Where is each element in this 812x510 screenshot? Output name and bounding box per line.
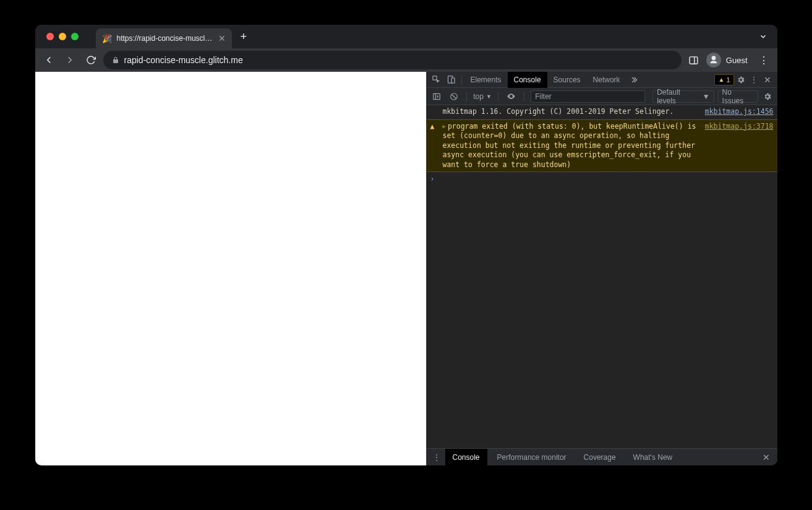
back-button[interactable] [40, 51, 58, 69]
drawer-close-button[interactable]: ✕ [759, 452, 774, 462]
issues-button[interactable]: No Issues [718, 90, 759, 103]
address-bar-url: rapid-concise-muscle.glitch.me [124, 55, 243, 65]
tab-strip: 🎉 https://rapid-concise-muscle.g ✕ + [35, 25, 777, 48]
forward-button[interactable] [61, 51, 79, 69]
inspect-element-button[interactable] [429, 72, 444, 87]
device-toolbar-button[interactable] [444, 72, 459, 87]
side-panel-button[interactable] [685, 51, 703, 69]
reload-button[interactable] [82, 51, 100, 69]
svg-rect-0 [690, 56, 698, 63]
lock-icon [112, 56, 119, 64]
warning-icon: ▲ [430, 122, 439, 170]
browser-tab[interactable]: 🎉 https://rapid-concise-muscle.g ✕ [96, 28, 232, 48]
tabs-dropdown-button[interactable] [759, 32, 767, 41]
warnings-count: 1 [726, 76, 730, 84]
devtools-panel: Elements Console Sources Network ▲ 1 ⋮ ✕ [426, 72, 777, 465]
clear-console-button[interactable] [447, 90, 460, 103]
chrome-menu-button[interactable]: ⋮ [755, 54, 772, 66]
drawer-tab-console[interactable]: Console [445, 449, 487, 466]
browser-window: 🎉 https://rapid-concise-muscle.g ✕ + rap… [35, 25, 777, 465]
fullscreen-window-button[interactable] [71, 33, 79, 40]
tab-close-button[interactable]: ✕ [218, 34, 226, 43]
drawer-tab-whats-new[interactable]: What's New [626, 449, 680, 466]
chevron-down-icon: ▼ [703, 92, 710, 101]
avatar-icon [706, 53, 721, 67]
devtools-drawer: ⋮ Console Performance monitor Coverage W… [427, 448, 777, 465]
execution-context-label: top [473, 92, 484, 101]
console-toolbar: top ▼ Filter Default levels ▼ No Issues [427, 88, 777, 105]
execution-context-selector[interactable]: top ▼ [473, 92, 492, 101]
console-output: mkbitmap 1.16. Copyright (C) 2001-2019 P… [427, 105, 777, 448]
svg-rect-5 [434, 93, 440, 99]
svg-point-9 [510, 95, 512, 97]
tab-console[interactable]: Console [508, 72, 547, 88]
issues-label: No Issues [722, 88, 754, 105]
address-bar[interactable]: rapid-concise-muscle.glitch.me [103, 51, 682, 69]
warnings-chip[interactable]: ▲ 1 [714, 74, 733, 85]
devtools-settings-button[interactable] [734, 76, 748, 84]
log-levels-selector[interactable]: Default levels ▼ [652, 90, 714, 103]
window-controls [40, 33, 85, 40]
new-tab-button[interactable]: + [241, 30, 247, 43]
tab-sources[interactable]: Sources [547, 72, 587, 88]
drawer-menu-button[interactable]: ⋮ [430, 453, 443, 462]
prompt-caret-icon: › [430, 175, 439, 183]
console-message: ▶program exited (with status: 0), but ke… [443, 122, 701, 170]
console-warning-row: ▲ ▶program exited (with status: 0), but … [427, 119, 777, 173]
content-area: Elements Console Sources Network ▲ 1 ⋮ ✕ [35, 72, 777, 465]
console-sidebar-toggle[interactable] [430, 90, 443, 103]
filter-placeholder: Filter [535, 92, 552, 101]
page-viewport[interactable] [35, 72, 426, 465]
console-log-row: mkbitmap 1.16. Copyright (C) 2001-2019 P… [427, 105, 777, 119]
live-expression-button[interactable] [505, 90, 518, 103]
close-window-button[interactable] [46, 33, 54, 40]
console-message: mkbitmap 1.16. Copyright (C) 2001-2019 P… [443, 107, 701, 117]
more-tabs-button[interactable] [626, 72, 641, 87]
devtools-tabbar: Elements Console Sources Network ▲ 1 ⋮ ✕ [427, 72, 777, 88]
drawer-tab-coverage[interactable]: Coverage [576, 449, 623, 466]
tab-network[interactable]: Network [587, 72, 626, 88]
profile-label: Guest [726, 56, 748, 65]
browser-toolbar: rapid-concise-muscle.glitch.me Guest ⋮ [35, 48, 777, 72]
svg-line-8 [451, 94, 456, 98]
console-settings-button[interactable] [762, 92, 773, 101]
profile-button[interactable]: Guest [706, 51, 751, 69]
svg-rect-4 [451, 78, 455, 83]
console-source-link[interactable]: mkbitmap.js:3718 [705, 122, 774, 131]
disclosure-triangle-icon[interactable]: ▶ [443, 123, 446, 130]
tab-elements[interactable]: Elements [464, 72, 508, 88]
devtools-close-button[interactable]: ✕ [760, 75, 775, 85]
devtools-menu-button[interactable]: ⋮ [748, 76, 760, 84]
chevron-down-icon: ▼ [486, 93, 492, 100]
warning-icon: ▲ [718, 76, 724, 83]
tab-title: https://rapid-concise-muscle.g [117, 34, 213, 43]
console-source-link[interactable]: mkbitmap.js:1456 [705, 107, 774, 116]
minimize-window-button[interactable] [59, 33, 66, 40]
console-filter-input[interactable]: Filter [531, 90, 645, 103]
log-levels-label: Default levels [657, 88, 700, 105]
console-prompt[interactable]: › [427, 172, 777, 186]
tab-favicon: 🎉 [102, 34, 112, 43]
drawer-tab-performance-monitor[interactable]: Performance monitor [490, 449, 574, 466]
